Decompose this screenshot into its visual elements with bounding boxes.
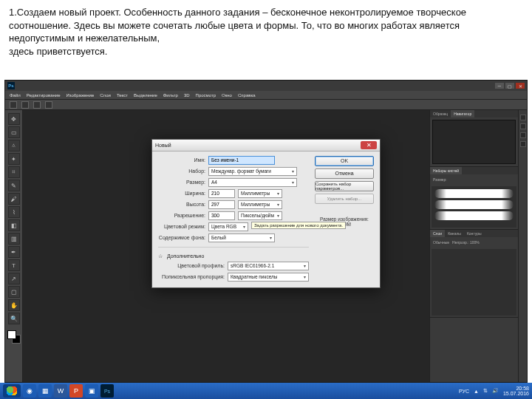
brush-preset[interactable]	[434, 200, 514, 209]
type-tool[interactable]: T	[8, 259, 20, 271]
size-select[interactable]: A4	[208, 178, 297, 187]
lasso-tool[interactable]: ⟑	[8, 140, 20, 151]
taskbar-photoshop-icon[interactable]: Ps	[100, 384, 114, 398]
color-profile-label: Цветовой профиль:	[158, 263, 225, 268]
new-document-dialog: Новый ✕ Имя: Набор: Междунар. формат бум…	[151, 139, 381, 288]
minimize-button[interactable]: ─	[495, 83, 504, 89]
option-swatch[interactable]	[45, 101, 52, 109]
dialog-close-button[interactable]: ✕	[361, 141, 377, 149]
size-label: Размер:	[158, 180, 205, 185]
resolution-label: Разрешение:	[158, 213, 205, 218]
move-tool[interactable]: ✥	[8, 113, 20, 125]
menu-edit[interactable]: Редактирование	[27, 93, 61, 98]
taskbar-word-icon[interactable]: W	[54, 384, 67, 398]
navigator-view[interactable]	[432, 120, 516, 164]
height-unit-select[interactable]: Миллиметры	[238, 200, 282, 209]
resolution-input[interactable]	[208, 211, 235, 220]
eraser-tool[interactable]: ◧	[8, 219, 20, 231]
resolution-unit-select[interactable]: Пикселы/дюйм	[238, 211, 282, 220]
start-button[interactable]	[3, 384, 21, 398]
taskbar-chrome-icon[interactable]: ◉	[23, 384, 36, 398]
menu-type[interactable]: Текст	[117, 93, 128, 98]
menu-image[interactable]: Изображение	[66, 93, 94, 98]
option-swatch[interactable]	[21, 101, 29, 109]
maximize-button[interactable]: ▢	[505, 83, 514, 89]
path-tool[interactable]: ↗	[8, 273, 20, 284]
blend-mode[interactable]: Обычные	[433, 240, 449, 245]
windows-taskbar[interactable]: ◉ ▦ W P ▣ Ps РУС ▲ ⇅ 🔊 20:58 15.07.2016	[0, 383, 532, 399]
hand-tool[interactable]: ✋	[8, 299, 20, 311]
width-unit-select[interactable]: Миллиметры	[238, 189, 282, 198]
tray-sound-icon[interactable]: 🔊	[492, 388, 499, 394]
menu-select[interactable]: Выделение	[134, 93, 157, 98]
window-titlebar[interactable]: Ps ─ ▢ ✕	[5, 81, 527, 91]
collapsed-panel-strip	[518, 110, 527, 382]
tool-preset-icon[interactable]	[10, 101, 17, 109]
fg-swatch[interactable]	[7, 330, 16, 339]
dialog-title: Новый	[155, 143, 171, 148]
marquee-tool[interactable]: ▭	[8, 126, 20, 138]
opacity-label[interactable]: Непрозр.: 100%	[452, 240, 480, 245]
tab-channels[interactable]: Каналы	[445, 230, 464, 237]
menu-filter[interactable]: Фильтр	[163, 93, 178, 98]
tray-network-icon[interactable]: ⇅	[483, 388, 488, 394]
pixel-aspect-label: Попиксельная пропорция:	[158, 274, 225, 279]
color-mode-select[interactable]: Цвета RGB	[208, 222, 248, 231]
zoom-tool[interactable]: 🔍	[8, 313, 20, 324]
advanced-toggle[interactable]: Дополнительно	[167, 253, 204, 259]
collapsed-panel-icon[interactable]	[520, 141, 526, 147]
color-swatches[interactable]	[7, 330, 21, 344]
taskbar-explorer-icon[interactable]: ▦	[38, 384, 52, 398]
menu-3d[interactable]: 3D	[184, 93, 190, 98]
layers-list[interactable]	[432, 249, 516, 316]
stamp-tool[interactable]: ⌇	[8, 206, 20, 218]
tab-navigator[interactable]: Навигатор	[451, 110, 474, 117]
tab-layers[interactable]: Слои	[430, 230, 445, 237]
pixel-aspect-select[interactable]: Квадратные пикселы	[228, 273, 309, 282]
preset-select[interactable]: Междунар. формат бумаги	[208, 167, 297, 176]
brush-preset[interactable]	[434, 211, 514, 220]
name-input[interactable]	[208, 156, 275, 165]
shape-tool[interactable]: ▢	[8, 286, 20, 298]
menu-layers[interactable]: Слои	[100, 93, 111, 98]
tray-lang[interactable]: РУС	[459, 389, 469, 394]
gradient-tool[interactable]: ▥	[8, 233, 20, 245]
height-input[interactable]	[208, 200, 235, 209]
photoshop-window: Ps ─ ▢ ✕ Файл Редактирование Изображение…	[4, 80, 528, 383]
bg-content-label: Содержимое фона:	[158, 235, 205, 240]
tray-flag-icon[interactable]: ▲	[474, 389, 479, 394]
tab-swatches[interactable]: Образец	[430, 110, 451, 117]
menu-window[interactable]: Окно	[222, 93, 232, 98]
option-swatch[interactable]	[33, 101, 41, 109]
tab-brush-presets[interactable]: Наборы кистей	[430, 167, 462, 174]
color-profile-select[interactable]: sRGB IEC61966-2.1	[228, 262, 309, 270]
menu-bar[interactable]: Файл Редактирование Изображение Слои Тек…	[5, 91, 527, 100]
dialog-titlebar[interactable]: Новый ✕	[152, 140, 380, 151]
bg-content-select[interactable]: Белый	[208, 233, 275, 242]
options-bar[interactable]	[5, 100, 527, 110]
eyedropper-tool[interactable]: ✎	[8, 180, 20, 191]
tray-clock[interactable]: 20:58 15.07.2016	[503, 386, 529, 396]
crop-tool[interactable]: ⌗	[8, 166, 20, 178]
resolution-tooltip: Задать разрешение для нового документа.	[251, 222, 346, 229]
menu-view[interactable]: Просмотр	[196, 93, 216, 98]
tab-paths[interactable]: Контуры	[464, 230, 485, 237]
width-input[interactable]	[208, 189, 235, 198]
pen-tool[interactable]: ✒	[8, 246, 20, 258]
taskbar-app-icon[interactable]: ▣	[85, 384, 98, 398]
brush-preset[interactable]	[434, 189, 514, 198]
collapsed-panel-icon[interactable]	[520, 132, 526, 138]
menu-help[interactable]: Справка	[238, 93, 256, 98]
collapsed-panel-icon[interactable]	[520, 123, 526, 129]
cancel-button[interactable]: Отмена	[315, 168, 374, 179]
brush-presets-list[interactable]	[432, 186, 516, 228]
ok-button[interactable]: OK	[315, 156, 374, 166]
collapsed-panel-icon[interactable]	[520, 115, 526, 120]
menu-file[interactable]: Файл	[10, 93, 21, 98]
taskbar-powerpoint-icon[interactable]: P	[69, 384, 83, 398]
instruction-caption: 1.Создаем новый проект. Особенность данн…	[0, 0, 532, 61]
brush-tool[interactable]: 🖌	[8, 193, 20, 205]
wand-tool[interactable]: ✦	[8, 153, 20, 165]
close-button[interactable]: ✕	[516, 83, 525, 89]
save-preset-button[interactable]: Сохранить набор параметров...	[315, 181, 374, 191]
